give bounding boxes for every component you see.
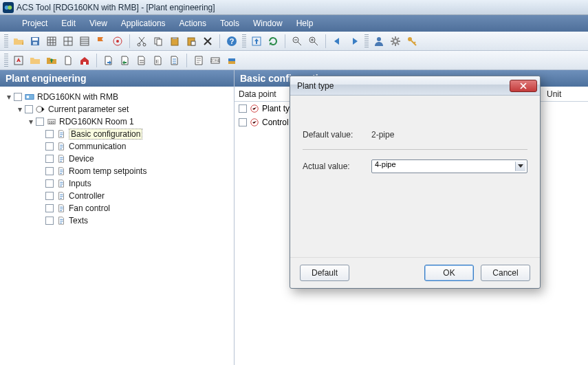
tree-node-paramset[interactable]: ▾ Current parameter set: [4, 103, 230, 115]
tool-target-icon[interactable]: [110, 34, 125, 49]
grid-header-unit[interactable]: Unit: [547, 89, 588, 99]
tool-forward-icon[interactable]: [347, 34, 362, 49]
menu-view[interactable]: View: [83, 16, 114, 30]
page-icon: [56, 129, 67, 140]
checkbox-icon[interactable]: [45, 142, 54, 151]
tool-doc-swap-icon[interactable]: [134, 53, 149, 68]
cancel-button[interactable]: Cancel: [481, 265, 530, 281]
tool-delete-icon[interactable]: [200, 34, 215, 49]
menu-applications[interactable]: Applications: [114, 16, 173, 30]
tree-node-texts[interactable]: Texts: [4, 214, 230, 227]
expander-open-icon[interactable]: ▾: [17, 106, 23, 113]
tool-doc-arrow1-icon[interactable]: [101, 53, 116, 68]
toolbar-grip-icon[interactable]: [242, 34, 246, 48]
tool-doc-e-icon[interactable]: E: [151, 53, 166, 68]
tool-a-icon[interactable]: [11, 53, 26, 68]
tool-zoomout-icon[interactable]: [290, 34, 305, 49]
svg-text:ZONE: ZONE: [210, 58, 221, 63]
tool-stack-icon[interactable]: [224, 53, 239, 68]
checkbox-icon[interactable]: [45, 179, 54, 188]
tool-save-icon[interactable]: [28, 34, 43, 49]
toolbar-separator: [96, 54, 97, 67]
tool-grid3-icon[interactable]: [77, 34, 92, 49]
menu-tools[interactable]: Tools: [213, 16, 246, 30]
tool-paste-special-icon[interactable]: [184, 34, 199, 49]
tool-doc-text-icon[interactable]: [167, 53, 182, 68]
tool-flag-icon[interactable]: [94, 34, 109, 49]
tool-upload-icon[interactable]: [249, 34, 264, 49]
actual-value-select[interactable]: 4-pipe: [371, 159, 527, 173]
tool-refresh-icon[interactable]: [265, 34, 281, 49]
left-panel-title: Plant engineering: [0, 70, 234, 87]
toolbar-grip-icon[interactable]: [364, 34, 369, 48]
checkbox-icon[interactable]: [45, 130, 54, 138]
tool-copy-icon[interactable]: [151, 34, 166, 49]
tool-back-icon[interactable]: [330, 34, 345, 49]
right-panel: Basic configuration Data point Value Uni…: [234, 70, 588, 365]
tree-node-fancontrol[interactable]: Fan control: [4, 202, 230, 214]
toolbar-row-2: E ZONE: [0, 51, 588, 70]
tree-node-setpoints[interactable]: Room temp setpoints: [4, 165, 230, 177]
tree-node-controller[interactable]: Controller: [4, 190, 230, 202]
dialog-body: Default value: 2-pipe Actual value: 4-pi…: [290, 96, 540, 257]
menu-help[interactable]: Help: [290, 16, 320, 30]
tool-zone-icon[interactable]: ZONE: [208, 53, 223, 68]
tool-paste-icon[interactable]: [167, 34, 182, 49]
tool-script-icon[interactable]: [191, 53, 206, 68]
dialog-titlebar[interactable]: Plant type: [290, 76, 540, 96]
toolbars: ? E ZONE: [0, 32, 588, 70]
tool-house-icon[interactable]: [77, 53, 92, 68]
checkbox-icon[interactable]: [239, 118, 247, 126]
page-icon: [56, 178, 67, 189]
checkbox-icon[interactable]: [45, 167, 54, 175]
divider: [303, 149, 527, 150]
checkbox-icon[interactable]: [45, 204, 54, 212]
tool-gear-icon[interactable]: [388, 34, 403, 49]
expander-open-icon[interactable]: ▾: [28, 118, 34, 125]
tree-node-communication[interactable]: Communication: [4, 140, 230, 153]
page-icon: [56, 190, 67, 201]
tool-doc-icon[interactable]: [61, 53, 76, 68]
checkbox-icon[interactable]: [25, 105, 33, 113]
paramset-icon: [35, 104, 46, 115]
tool-zoomin-icon[interactable]: [306, 34, 321, 49]
tree-node-room[interactable]: ▾ 160 RDG160KN Room 1: [4, 115, 230, 128]
toolbar-grip-icon[interactable]: [4, 34, 8, 48]
tree-node-device[interactable]: Device: [4, 153, 230, 165]
page-icon: [56, 141, 67, 152]
expander-open-icon[interactable]: ▾: [6, 93, 12, 100]
tool-open-icon[interactable]: [11, 34, 26, 49]
actual-value-label: Actual value:: [303, 162, 371, 171]
tool-doc-arrow2-icon[interactable]: [118, 53, 133, 68]
toolbar-separator: [129, 34, 130, 48]
menu-window[interactable]: Window: [246, 16, 290, 30]
checkbox-icon[interactable]: [45, 192, 54, 200]
chevron-down-icon: [518, 164, 523, 168]
page-icon: [56, 215, 67, 226]
tree-label: Texts: [69, 216, 88, 225]
menu-edit[interactable]: Edit: [54, 16, 83, 30]
close-button[interactable]: [510, 80, 537, 92]
checkbox-icon[interactable]: [45, 155, 54, 163]
menu-actions[interactable]: Actions: [173, 16, 213, 30]
tool-key-icon[interactable]: [404, 34, 420, 49]
tool-folder-up-icon[interactable]: [44, 53, 59, 68]
checkbox-icon[interactable]: [239, 104, 247, 113]
checkbox-icon[interactable]: [36, 118, 44, 126]
tool-cut-icon[interactable]: [134, 34, 149, 49]
checkbox-icon[interactable]: [14, 93, 22, 101]
default-button[interactable]: Default: [300, 265, 349, 281]
menu-project[interactable]: Project: [15, 16, 54, 30]
checkbox-icon[interactable]: [45, 217, 54, 225]
tree-node-inputs[interactable]: Inputs: [4, 177, 230, 190]
tool-grid1-icon[interactable]: [44, 34, 59, 49]
tool-user-icon[interactable]: [371, 34, 386, 49]
tool-help-icon[interactable]: ?: [224, 34, 239, 49]
tree-node-basic-config[interactable]: Basic configuration: [4, 128, 230, 140]
ok-button[interactable]: OK: [424, 265, 474, 281]
tool-grid2-icon[interactable]: [61, 34, 76, 49]
dialog-button-row: Default OK Cancel: [290, 257, 540, 288]
tool-folder-yellow-icon[interactable]: [28, 53, 43, 68]
toolbar-grip-icon[interactable]: [4, 54, 8, 67]
tree-node-root[interactable]: ▾ RDG160KN with RMB: [4, 91, 230, 103]
